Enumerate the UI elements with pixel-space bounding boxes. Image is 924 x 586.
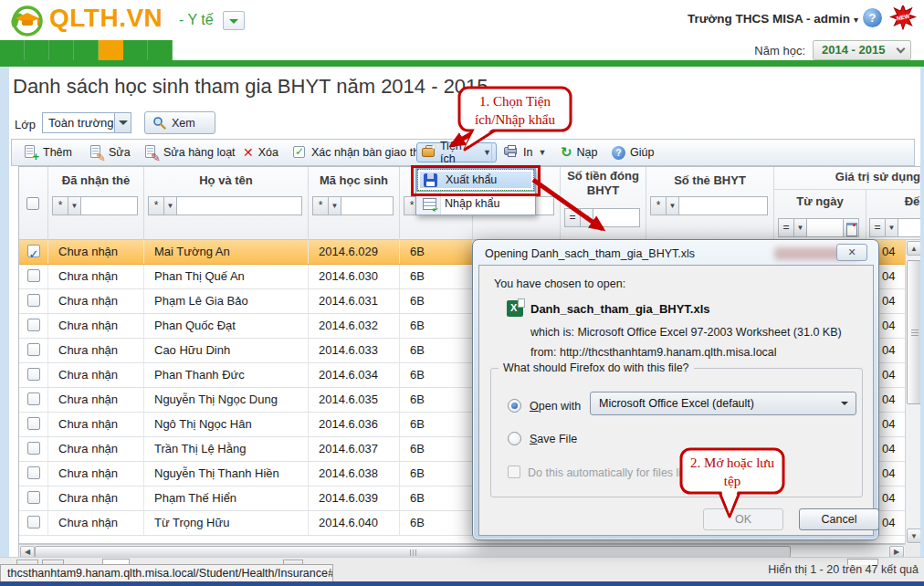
dialog-source: from: http://thcsthanhtam9.hanam.qlth.mi… bbox=[530, 346, 777, 359]
row-checkbox[interactable] bbox=[27, 466, 40, 479]
edit-button[interactable]: ✎ Sửa bbox=[85, 142, 135, 162]
row-checkbox[interactable] bbox=[27, 491, 40, 504]
add-button[interactable]: + Thêm bbox=[19, 142, 77, 162]
row-checkbox[interactable] bbox=[27, 245, 40, 257]
save-file-radio[interactable] bbox=[508, 432, 521, 445]
filter-op-button[interactable]: = bbox=[869, 218, 886, 237]
chevron-down-icon: ▼ bbox=[538, 148, 546, 157]
suite-dropdown-button[interactable] bbox=[223, 11, 245, 30]
filter-input-tu-ngay[interactable] bbox=[807, 218, 844, 237]
row-checkbox[interactable] bbox=[27, 294, 40, 307]
chevron-down-icon bbox=[114, 113, 131, 132]
row-checkbox[interactable] bbox=[27, 516, 40, 528]
filter-op-button[interactable]: * bbox=[650, 196, 667, 215]
nav-tab[interactable] bbox=[148, 40, 173, 60]
open-with-select[interactable]: Microsoft Office Excel (default) bbox=[590, 392, 856, 415]
open-with-label[interactable]: Open with bbox=[530, 400, 581, 413]
ok-button[interactable]: OK bbox=[703, 508, 783, 530]
cancel-button[interactable]: Cancel bbox=[799, 508, 879, 530]
column-den-ngay[interactable]: Đến bbox=[866, 194, 924, 208]
filter-input-ma-hoc-sinh[interactable] bbox=[341, 196, 394, 215]
import-table-icon bbox=[423, 198, 436, 210]
cell-status: Chưa nhận bbox=[48, 339, 144, 362]
nav-tab[interactable] bbox=[74, 40, 99, 60]
help-button[interactable]: ? Giúp bbox=[607, 142, 658, 162]
class-filter-select[interactable]: Toàn trường bbox=[42, 112, 131, 133]
filter-op-button[interactable]: * bbox=[52, 196, 68, 215]
filter-op-button[interactable]: * bbox=[148, 196, 164, 215]
row-checkbox[interactable] bbox=[27, 269, 40, 282]
filter-op-button[interactable]: * bbox=[312, 196, 329, 215]
delete-button[interactable]: ✕ Xóa bbox=[238, 142, 283, 162]
view-button[interactable]: Xem bbox=[144, 111, 215, 134]
utilities-button[interactable]: Tiện ích▼ bbox=[416, 142, 497, 162]
chevron-down-icon[interactable]: ▼ bbox=[68, 196, 81, 215]
cell-class: 6B bbox=[400, 511, 473, 535]
filter-input-ho-va-ten[interactable] bbox=[177, 196, 302, 215]
row-checkbox[interactable] bbox=[27, 392, 40, 405]
nav-tab[interactable] bbox=[25, 40, 49, 60]
chevron-down-icon[interactable]: ▼ bbox=[794, 218, 807, 237]
filter-input-so-tien[interactable] bbox=[593, 208, 640, 227]
column-da-nhan-the[interactable]: Đã nhận thẻ * ▼ bbox=[48, 167, 144, 240]
row-checkbox[interactable] bbox=[27, 368, 40, 381]
cell-student-code: 2014.6.031 bbox=[309, 289, 400, 313]
vertical-scrollbar[interactable]: ▲ ▼ bbox=[905, 240, 921, 544]
cell-student-code: 2014.6.029 bbox=[309, 240, 400, 264]
reload-button[interactable]: ↻ Nạp bbox=[556, 142, 603, 162]
dialog-filetype: which is: Microsoft Office Excel 97-2003… bbox=[530, 326, 842, 339]
select-all-checkbox[interactable] bbox=[26, 197, 39, 210]
column-so-the-bhyt[interactable]: Số thẻ BHYT * ▼ bbox=[646, 167, 774, 240]
filter-input-da-nhan-the[interactable] bbox=[81, 196, 138, 215]
row-checkbox[interactable] bbox=[27, 442, 40, 455]
cell-name: Trần Thị Lệ Hằng bbox=[144, 437, 309, 461]
calendar-icon[interactable] bbox=[844, 218, 859, 237]
column-ho-va-ten[interactable]: Họ và tên * ▼ bbox=[144, 167, 309, 240]
link-url-tooltip: thcsthanhtam9.hanam.qlth.misa.local/Stud… bbox=[0, 564, 333, 583]
row-checkbox[interactable] bbox=[27, 343, 40, 356]
chevron-down-icon[interactable]: ▼ bbox=[164, 196, 177, 215]
vertical-scroll-thumb[interactable] bbox=[907, 260, 921, 404]
horizontal-scrollbar[interactable]: ◀ ▶ bbox=[19, 544, 905, 558]
cell-status: Chưa nhận bbox=[48, 437, 144, 461]
cell-class: 6B bbox=[400, 487, 473, 510]
cell-student-code: 2014.6.030 bbox=[309, 265, 400, 288]
main-nav: Năm học: 2014 - 2015 bbox=[0, 40, 924, 60]
chevron-down-icon[interactable]: ▼ bbox=[886, 218, 898, 237]
cell-status: Chưa nhận bbox=[48, 462, 144, 486]
filter-op-button[interactable]: = bbox=[778, 218, 794, 237]
close-icon[interactable]: ✕ bbox=[836, 244, 867, 261]
open-with-radio[interactable] bbox=[508, 399, 521, 413]
column-so-tien-dong-bhyt[interactable]: Số tiền đóng BHYT = ▼ bbox=[561, 167, 646, 240]
row-checkbox[interactable] bbox=[27, 417, 40, 430]
column-tu-ngay[interactable]: Từ ngày bbox=[774, 194, 866, 208]
column-ma-hoc-sinh[interactable]: Mã học sinh * ▼ bbox=[309, 167, 400, 240]
scroll-down-icon[interactable]: ▼ bbox=[907, 528, 921, 543]
page-title: Danh sách học sinh tham gia BHYT năm 201… bbox=[13, 75, 488, 99]
row-checkbox[interactable] bbox=[27, 319, 40, 331]
nav-tab[interactable] bbox=[0, 40, 25, 60]
cell-student-code: 2014.6.034 bbox=[309, 363, 400, 387]
dialog-body: You have chosen to open: Danh_sach_tham_… bbox=[478, 265, 874, 536]
account-menu[interactable]: Trường THCS MISA - admin▾ bbox=[688, 12, 858, 26]
batch-edit-button[interactable]: ✎ Sửa hàng loạt bbox=[140, 142, 240, 162]
chevron-down-icon[interactable]: ▼ bbox=[581, 208, 593, 227]
filter-op-button[interactable]: = bbox=[564, 208, 581, 227]
chevron-down-icon[interactable]: ▼ bbox=[667, 196, 679, 215]
help-icon[interactable]: ? bbox=[863, 8, 882, 27]
chevron-down-icon[interactable]: ▼ bbox=[329, 196, 341, 215]
nav-tab[interactable] bbox=[49, 40, 74, 60]
nav-tab[interactable] bbox=[99, 40, 123, 60]
do-automatically-checkbox[interactable] bbox=[508, 466, 520, 478]
nav-tab[interactable] bbox=[123, 40, 148, 60]
school-year-select[interactable]: 2014 - 2015 bbox=[813, 40, 911, 60]
confirm-card-handover-button[interactable]: Xác nhận bàn giao thẻ bbox=[288, 142, 430, 162]
confirm-check-icon bbox=[292, 145, 307, 160]
scroll-up-icon[interactable]: ▲ bbox=[907, 241, 921, 256]
filter-input-so-the[interactable] bbox=[679, 196, 768, 215]
annotation-highlight-rect bbox=[411, 165, 541, 196]
print-button[interactable]: In▼ bbox=[499, 142, 551, 162]
toolbar-separator bbox=[491, 142, 492, 163]
cell-class: 6B bbox=[400, 265, 473, 288]
save-file-label[interactable]: Save File bbox=[530, 433, 577, 445]
